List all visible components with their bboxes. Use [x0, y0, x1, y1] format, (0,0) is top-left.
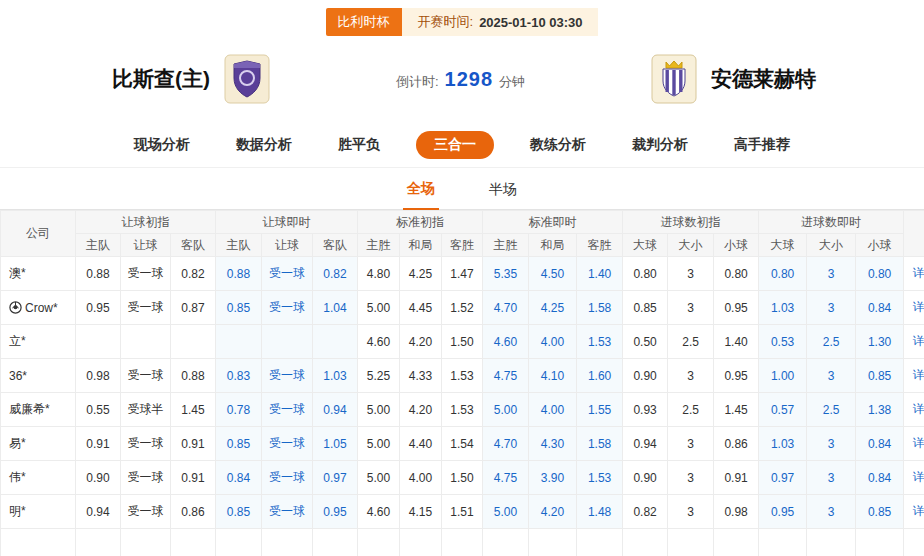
- table-row: 易*0.91受一球0.910.85受一球1.055.004.401.544.70…: [1, 427, 924, 461]
- detail-link[interactable]: 详: [913, 300, 924, 314]
- odds-cell: [856, 529, 904, 556]
- odds-cell: 0.90: [76, 461, 121, 495]
- odds-cell: 0.88: [76, 257, 121, 291]
- odds-cell: [807, 529, 856, 556]
- countdown-label: 倒计时:: [396, 73, 439, 91]
- group-header-4: 进球数初指: [623, 211, 759, 234]
- sub-header-0-2: 客队: [171, 234, 216, 257]
- countdown: 倒计时: 1298 分钟: [396, 68, 525, 91]
- nav-tab-1[interactable]: 数据分析: [226, 131, 302, 159]
- odds-cell: 1.47: [442, 257, 483, 291]
- odds-cell: 0.88: [171, 359, 216, 393]
- company-cell: 澳*: [1, 257, 76, 291]
- table-row: 澳*0.88受一球0.820.88受一球0.824.804.251.475.35…: [1, 257, 924, 291]
- odds-cell: 1.51: [442, 495, 483, 529]
- odds-cell: 1.50: [442, 461, 483, 495]
- table-row: Crow*0.95受一球0.870.85受一球1.045.004.451.524…: [1, 291, 924, 325]
- odds-cell: 0.85: [216, 495, 262, 529]
- odds-cell: 4.70: [483, 291, 529, 325]
- odds-cell: 0.85: [216, 291, 262, 325]
- odds-cell: 1.52: [442, 291, 483, 325]
- odds-cell: 0.86: [714, 427, 759, 461]
- kickoff-label: 开赛时间:: [418, 13, 474, 31]
- odds-cell: [442, 529, 483, 556]
- odds-cell: 1.58: [577, 291, 623, 325]
- odds-cell: 3: [668, 427, 714, 461]
- detail-link[interactable]: 详: [913, 470, 924, 484]
- sub-header-5-1: 大小: [807, 234, 856, 257]
- odds-cell: 5.00: [358, 461, 400, 495]
- detail-link[interactable]: 详: [913, 334, 924, 348]
- countdown-unit: 分钟: [499, 73, 525, 91]
- odds-cell: 0.94: [76, 495, 121, 529]
- odds-cell: 1.60: [577, 359, 623, 393]
- kickoff-info: 开赛时间: 2025-01-10 03:30: [402, 8, 599, 36]
- odds-cell: 1.54: [442, 427, 483, 461]
- odds-cell: 1.04: [313, 291, 358, 325]
- nav-tab-3[interactable]: 三合一: [416, 131, 494, 159]
- detail-cell: 详: [904, 427, 924, 461]
- company-name: 立*: [9, 334, 26, 348]
- odds-cell: [529, 529, 577, 556]
- odds-cell: 4.25: [529, 291, 577, 325]
- odds-cell: 3: [807, 291, 856, 325]
- odds-cell: 3: [668, 495, 714, 529]
- odds-cell: 4.60: [483, 325, 529, 359]
- subtab-0[interactable]: 全场: [403, 180, 439, 210]
- odds-cell: 4.00: [529, 393, 577, 427]
- odds-cell: 0.53: [759, 325, 807, 359]
- odds-cell: 1.53: [577, 461, 623, 495]
- odds-cell: [216, 325, 262, 359]
- odds-cell: 0.88: [216, 257, 262, 291]
- odds-cell: 0.90: [623, 461, 668, 495]
- detail-cell: 详: [904, 393, 924, 427]
- odds-cell: 0.98: [76, 359, 121, 393]
- odds-cell: 0.82: [623, 495, 668, 529]
- sub-header-5-2: 小球: [856, 234, 904, 257]
- away-team-name: 安德莱赫特: [711, 65, 816, 93]
- odds-cell: 4.10: [529, 359, 577, 393]
- detail-link[interactable]: 详: [913, 402, 924, 416]
- odds-cell: 受一球: [262, 427, 313, 461]
- table-row: 威廉希*0.55受球半1.450.78受一球0.945.004.201.535.…: [1, 393, 924, 427]
- odds-cell: 0.90: [623, 359, 668, 393]
- nav-tab-2[interactable]: 胜平负: [328, 131, 390, 159]
- sub-header-0-1: 让球: [121, 234, 171, 257]
- odds-cell: 4.20: [529, 495, 577, 529]
- subtab-1[interactable]: 半场: [485, 181, 521, 209]
- sub-header-1-0: 主队: [216, 234, 262, 257]
- team-row: 比斯查(主) 倒计时: 1298 分钟 安德莱赫特: [0, 36, 924, 122]
- detail-cell: 详: [904, 257, 924, 291]
- match-info-bar: 比利时杯 开赛时间: 2025-01-10 03:30: [0, 8, 924, 36]
- odds-cell: 4.15: [400, 495, 442, 529]
- nav-tab-0[interactable]: 现场分析: [124, 131, 200, 159]
- detail-header: [904, 211, 924, 257]
- odds-cell: 3: [668, 359, 714, 393]
- detail-link[interactable]: 详: [913, 368, 924, 382]
- odds-cell: 0.82: [313, 257, 358, 291]
- odds-cell: 0.93: [623, 393, 668, 427]
- odds-cell: 1.53: [577, 325, 623, 359]
- odds-cell: 1.40: [577, 257, 623, 291]
- odds-cell: 受一球: [121, 359, 171, 393]
- odds-cell: 5.00: [358, 427, 400, 461]
- nav-tab-4[interactable]: 教练分析: [520, 131, 596, 159]
- odds-cell: 4.75: [483, 359, 529, 393]
- detail-link[interactable]: 详: [913, 504, 924, 518]
- odds-cell: 0.57: [759, 393, 807, 427]
- nav-tab-5[interactable]: 裁判分析: [622, 131, 698, 159]
- league-badge: 比利时杯: [326, 8, 402, 36]
- odds-cell: 3.90: [529, 461, 577, 495]
- odds-cell: 3: [807, 461, 856, 495]
- sub-header-3-2: 客胜: [577, 234, 623, 257]
- odds-cell: 0.84: [216, 461, 262, 495]
- company-name: 明*: [9, 504, 26, 518]
- odds-cell: [121, 325, 171, 359]
- detail-link[interactable]: 详: [913, 436, 924, 450]
- detail-link[interactable]: 详: [913, 266, 924, 280]
- odds-cell: 0.55: [76, 393, 121, 427]
- odds-table-wrap: 公司让球初指让球即时标准初指标准即时进球数初指进球数即时主队让球客队主队让球客队…: [0, 210, 924, 556]
- nav-tab-6[interactable]: 高手推荐: [724, 131, 800, 159]
- odds-cell: 1.53: [442, 359, 483, 393]
- odds-cell: 0.84: [856, 461, 904, 495]
